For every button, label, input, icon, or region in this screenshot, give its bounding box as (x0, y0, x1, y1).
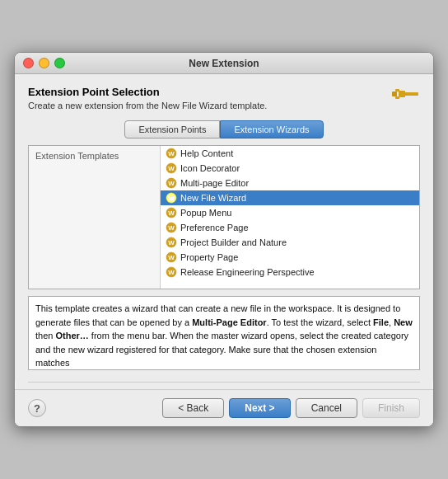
list-item[interactable]: W Project Builder and Nature (161, 235, 419, 250)
minimize-button[interactable] (39, 58, 49, 68)
svg-rect-4 (392, 92, 397, 96)
svg-rect-1 (399, 91, 405, 97)
svg-text:W: W (168, 180, 175, 187)
main-area: Extension Templates W Help Content (28, 145, 420, 289)
plug-svg (387, 86, 420, 102)
list-item[interactable]: W Help Content (161, 146, 419, 161)
window-controls (23, 58, 65, 68)
wizard-icon-2: W (166, 162, 177, 174)
close-button[interactable] (23, 58, 34, 68)
svg-text:W: W (168, 195, 175, 202)
left-panel-label: Extension Templates (32, 149, 156, 162)
dialog-content: Extension Point Selection Create a new e… (15, 74, 433, 382)
svg-text:W: W (168, 224, 175, 232)
svg-rect-2 (395, 89, 399, 92)
header-section: Extension Point Selection Create a new e… (28, 86, 420, 110)
dialog-title: Extension Point Selection (28, 86, 267, 98)
svg-text:W: W (168, 239, 175, 247)
wizard-icon-5: W (166, 207, 177, 218)
header-text: Extension Point Selection Create a new e… (28, 86, 267, 110)
window-title: New Extension (189, 58, 259, 69)
wizard-icon-9: W (166, 266, 177, 278)
list-item[interactable]: W Icon Decorator (161, 161, 419, 176)
dialog-subtitle: Create a new extension from the New File… (28, 101, 267, 110)
maximize-button[interactable] (54, 58, 65, 68)
list-item-selected[interactable]: W New File Wizard (161, 190, 419, 205)
separator (28, 382, 420, 383)
list-item[interactable]: W Multi-page Editor (161, 176, 419, 190)
svg-rect-3 (395, 96, 399, 99)
main-window: New Extension Extension Point Selection … (14, 52, 434, 427)
wizard-icon-1: W (166, 148, 177, 159)
wizard-icon-6: W (166, 222, 177, 233)
finish-button[interactable]: Finish (362, 398, 420, 418)
next-button[interactable]: Next > (229, 398, 290, 418)
svg-text:W: W (168, 209, 175, 217)
wizard-icon-4: W (166, 192, 177, 204)
list-item[interactable]: W Preference Page (161, 220, 419, 235)
svg-rect-0 (404, 92, 418, 96)
cancel-button[interactable]: Cancel (296, 398, 357, 418)
bottom-bar: ? < Back Next > Cancel Finish (15, 389, 433, 426)
list-item[interactable]: W Popup Menu (161, 205, 419, 220)
svg-text:W: W (168, 269, 175, 276)
description-text: This template creates a wizard that can … (35, 303, 413, 368)
left-panel: Extension Templates (29, 146, 161, 289)
svg-text:W: W (168, 150, 175, 157)
wizard-icon-8: W (166, 251, 177, 263)
help-button[interactable]: ? (28, 399, 46, 417)
tab-extension-points[interactable]: Extension Points (124, 120, 220, 139)
right-panel: W Help Content W Icon Decorator (161, 146, 419, 289)
title-bar: New Extension (15, 53, 433, 74)
svg-text:W: W (168, 254, 175, 261)
list-item[interactable]: W Release Engineering Perspective (161, 265, 419, 279)
plug-icon (387, 86, 420, 102)
list-item[interactable]: W Property Page (161, 250, 419, 265)
wizard-list[interactable]: W Help Content W Icon Decorator (161, 146, 419, 289)
wizard-icon-7: W (166, 237, 177, 248)
tabs-container: Extension Points Extension Wizards (28, 120, 420, 139)
description-box: This template creates a wizard that can … (28, 296, 420, 370)
wizard-icon-3: W (166, 177, 177, 189)
navigation-buttons: < Back Next > Cancel Finish (162, 398, 420, 418)
tab-extension-wizards[interactable]: Extension Wizards (220, 120, 323, 139)
svg-text:W: W (168, 165, 175, 172)
back-button[interactable]: < Back (162, 398, 224, 418)
